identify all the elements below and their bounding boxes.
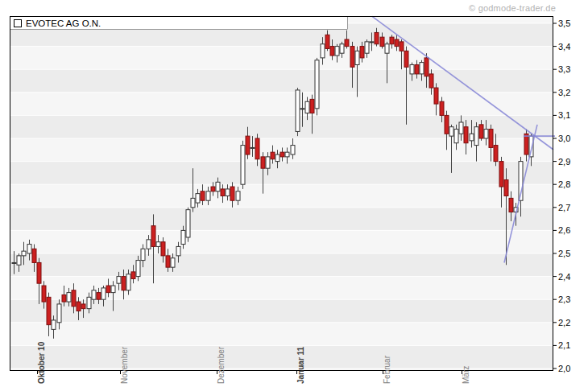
y-tick-label: 3,2 [558,88,570,97]
y-tick-label: 3,0 [558,134,570,143]
candle-up [141,249,145,260]
x-tick-label: Februar [383,355,391,384]
candle-down [255,138,259,159]
candle-up [385,44,389,53]
candle-up [22,251,26,256]
candle-down [434,88,438,104]
candle-down [499,162,503,187]
series-checkbox[interactable] [14,20,22,27]
x-tick-label: Oktober 10 [37,341,46,384]
candle-up [171,258,175,267]
candle-down [122,277,126,290]
candle-down [161,242,165,256]
candle-down [509,198,513,212]
x-tick-label: Dezember [217,346,226,384]
candle-down [494,146,498,162]
y-tick-label: 2,1 [558,340,570,350]
candle-up [484,130,488,138]
candle-down [131,272,135,279]
candle-down [375,32,379,43]
candle-up [226,189,230,196]
candle-up [206,191,210,200]
plot-svg: EVOTEC AG O.N.3,53,43,33,23,13,02,92,82,… [0,0,588,387]
candle-down [42,286,46,302]
candle-up [335,47,339,56]
candle-up [454,130,458,143]
x-tick-label: November [120,346,129,384]
candle-up [196,194,200,203]
candle-down [390,37,394,44]
candle-down [325,35,329,48]
candle-up [17,256,21,265]
candle-down [77,302,81,311]
y-tick-label: 2,0 [558,364,570,373]
y-tick-label: 2,6 [558,225,570,235]
candle-down [380,37,384,46]
candle-up [236,191,240,200]
candle-up [57,304,61,323]
candle-down [32,249,36,262]
candle-down [464,127,468,143]
candle-down [62,294,66,302]
y-tick-label: 2,2 [558,318,570,327]
candle-up [126,274,130,290]
candle-up [67,293,71,302]
candlestick-chart: © godmode-trader.de EVOTEC AG O.N.3,53,4… [0,0,588,387]
candle-down [151,226,155,247]
candle-up [191,198,195,207]
candle-down [424,58,429,76]
candle-down [360,47,364,58]
candle-down [261,157,265,168]
candle-up [340,44,344,53]
candle-up [285,152,289,157]
candle-down [280,152,284,157]
price-band [10,162,553,185]
candle-down [524,134,528,154]
candle-up [315,60,319,109]
candle-up [300,109,304,109]
candle-down [106,286,110,293]
candle-down [345,39,349,47]
y-tick-label: 3,3 [558,64,570,74]
x-tick-label: Januar 11 [296,346,305,384]
y-tick-label: 3,5 [558,19,570,28]
candle-down [211,187,215,191]
candle-up [156,242,160,247]
candle-up [216,182,220,191]
candle-down [445,115,449,134]
candle-down [230,187,234,200]
candle-up [181,230,185,244]
candle-up [474,127,478,146]
candle-down [429,74,433,88]
candle-down [37,262,41,283]
candle-down [221,189,225,196]
candle-down [47,297,51,324]
candle-up [52,320,56,329]
candle-up [420,63,424,74]
y-tick-label: 2,8 [558,179,570,189]
candle-up [87,297,91,308]
candle-down [440,101,444,115]
candle-down [72,290,76,307]
candle-down [415,64,419,73]
candle-down [81,304,85,309]
candle-down [395,39,399,47]
y-tick-label: 3,1 [558,110,570,120]
y-tick-label: 2,9 [558,157,570,167]
candle-up [305,101,309,113]
candle-up [410,64,414,73]
candle-up [101,288,106,299]
y-tick-label: 2,4 [558,272,570,282]
candle-up [296,90,300,131]
y-tick-label: 2,3 [558,294,570,304]
candle-up [92,290,96,299]
candle-down [201,191,205,200]
candle-down [330,47,334,56]
candle-down [489,130,493,148]
candle-up [275,154,280,162]
candle-up [241,146,245,185]
candle-up [136,261,140,277]
candle-up [27,245,31,253]
x-tick-label: März [462,366,470,384]
candle-down [166,256,170,267]
